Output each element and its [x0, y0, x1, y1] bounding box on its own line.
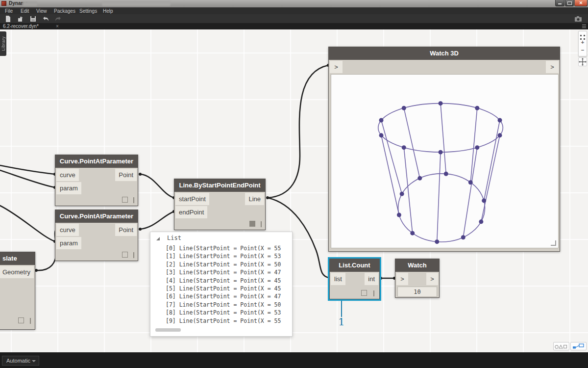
input-port-param[interactable]: param	[56, 182, 81, 194]
list-item: [8] Line(StartPoint = Point(X = 53	[166, 309, 291, 316]
list-item: [6] Line(StartPoint = Point(X = 47	[166, 292, 291, 300]
output-port-point[interactable]: Point	[115, 169, 137, 181]
node-curve-pointatparameter-1[interactable]: Curve.PointAtParameter curve param Point	[55, 155, 138, 206]
graph-view-icon	[571, 342, 586, 350]
new-file-button[interactable]	[4, 15, 12, 23]
menubar: File Edit View Packages Settings Help	[0, 7, 588, 14]
node-body: curve param Point	[55, 223, 138, 261]
minimize-button[interactable]	[555, 0, 564, 6]
node-watch-3d[interactable]: Watch 3D > >	[328, 47, 560, 252]
app-icon	[1, 1, 6, 6]
input-port-curve[interactable]: curve	[56, 169, 79, 181]
list-item: [4] Line(StartPoint = Point(X = 45	[166, 277, 291, 285]
lacing-indicator[interactable]	[133, 197, 134, 203]
tab-list-icon[interactable]	[582, 25, 586, 28]
input-port[interactable]: >	[330, 61, 343, 73]
graph-view-toggle[interactable]	[570, 342, 587, 350]
output-port[interactable]: >	[546, 61, 559, 73]
output-port-point[interactable]: Point	[115, 224, 137, 236]
lacing-indicator[interactable]	[133, 252, 134, 258]
node-curve-pointatparameter-2[interactable]: Curve.PointAtParameter curve param Point	[55, 210, 138, 261]
minimize-icon	[558, 3, 562, 4]
redo-button[interactable]	[54, 15, 62, 23]
titlebar[interactable]: Dynamo ✕	[0, 0, 588, 7]
undo-icon	[42, 15, 49, 23]
lacing-indicator[interactable]	[261, 221, 262, 227]
close-button[interactable]: ✕	[574, 0, 588, 6]
menu-view[interactable]: View	[36, 7, 47, 14]
input-port-param[interactable]: param	[56, 237, 81, 249]
run-mode-dropdown[interactable]: Automatic	[2, 356, 39, 366]
list-preview-panel[interactable]: List [0] Line(StartPoint = Point(X = 55 …	[150, 232, 293, 337]
list-item: [1] Line(StartPoint = Point(X = 53	[166, 252, 291, 260]
expander-icon[interactable]	[156, 237, 160, 240]
input-port[interactable]: >	[396, 273, 408, 285]
node-title[interactable]: Watch	[395, 259, 439, 272]
node-body: curve param Point	[55, 168, 138, 206]
preview-checkbox[interactable]	[122, 197, 128, 203]
list-root-label: List	[167, 235, 181, 241]
pan-button[interactable]	[578, 57, 587, 66]
geometry-view-toggle[interactable]	[553, 342, 569, 350]
geometry-view-icon	[554, 342, 569, 350]
menu-settings[interactable]: Settings	[79, 7, 97, 14]
close-icon: ✕	[579, 1, 583, 5]
new-file-icon	[4, 15, 12, 23]
input-port-curve[interactable]: curve	[56, 224, 79, 236]
chevron-down-icon	[32, 360, 36, 362]
node-title[interactable]: Watch 3D	[329, 47, 560, 60]
watch-value: 10	[397, 287, 437, 297]
menu-file[interactable]: File	[5, 7, 13, 14]
redo-icon	[54, 15, 62, 23]
node-title[interactable]: Line.ByStartPointEndPoint	[174, 179, 265, 192]
node-title[interactable]: List.Count	[330, 259, 379, 272]
node-body: Geometry	[0, 265, 35, 329]
tabbar: 6.2-recover.dyn* ×	[0, 23, 588, 29]
list-item: [5] Line(StartPoint = Point(X = 45	[166, 285, 291, 292]
node-watch[interactable]: Watch > > 10	[395, 259, 440, 298]
list-item: [9] Line(StartPoint = Point(X = 55	[166, 317, 291, 325]
output-port-geometry[interactable]: Geometry	[0, 266, 34, 278]
zoom-in-button[interactable]: +	[579, 39, 587, 45]
blurred-title-text	[23, 1, 37, 6]
tab-close-icon[interactable]: ×	[56, 23, 59, 29]
export-image-button[interactable]	[574, 15, 582, 23]
node-list-count[interactable]: List.Count list int	[329, 259, 380, 299]
menu-help[interactable]: Help	[103, 7, 113, 14]
maximize-button[interactable]	[565, 0, 574, 6]
blurred-title-text	[102, 1, 171, 6]
library-tab[interactable]: Library	[0, 31, 6, 56]
node-title[interactable]: Curve.PointAtParameter	[55, 210, 138, 223]
open-file-button[interactable]	[17, 15, 24, 23]
undo-button[interactable]	[42, 15, 49, 23]
output-port-line[interactable]: Line	[245, 193, 264, 205]
run-mode-value: Automatic	[6, 356, 30, 365]
viewport-resize-handle[interactable]	[551, 240, 556, 246]
node-body: startPoint endPoint Line	[174, 192, 265, 230]
save-button[interactable]	[29, 15, 37, 23]
input-port-startpoint[interactable]: startPoint	[175, 193, 209, 205]
node-title[interactable]: slate	[0, 252, 35, 265]
toolbar	[0, 14, 588, 23]
node-geometry-translate[interactable]: slate Geometry	[0, 252, 35, 330]
menu-edit[interactable]: Edit	[21, 7, 29, 14]
active-tab[interactable]: 6.2-recover.dyn*	[3, 23, 39, 29]
zoom-out-button[interactable]: −	[579, 47, 587, 53]
preview-checkbox[interactable]	[18, 317, 24, 323]
horizontal-scrollbar[interactable]	[155, 328, 181, 332]
node-title[interactable]: Curve.PointAtParameter	[55, 155, 138, 168]
list-item: [7] Line(StartPoint = Point(X = 50	[166, 301, 291, 309]
preview-checkbox[interactable]	[361, 290, 367, 296]
lacing-indicator[interactable]	[30, 318, 31, 324]
output-port[interactable]: >	[426, 273, 438, 285]
preview-checkbox[interactable]	[249, 221, 255, 227]
lacing-indicator[interactable]	[373, 290, 374, 296]
input-port-list[interactable]: list	[331, 273, 345, 285]
input-port-endpoint[interactable]: endPoint	[175, 206, 207, 218]
annotation-line	[341, 301, 342, 317]
node-line-bystartpointendpoint[interactable]: Line.ByStartPointEndPoint startPoint end…	[174, 179, 266, 230]
preview-checkbox[interactable]	[122, 252, 128, 258]
watch3d-viewport[interactable]	[331, 74, 559, 248]
output-port-int[interactable]: int	[365, 273, 378, 285]
menu-packages[interactable]: Packages	[54, 7, 75, 14]
